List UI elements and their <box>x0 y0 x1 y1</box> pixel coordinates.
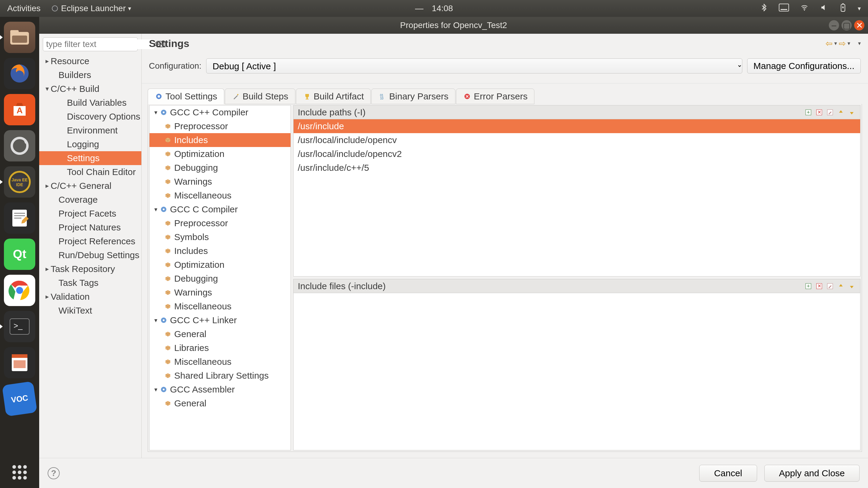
tool-item-warnings[interactable]: Warnings <box>150 175 290 189</box>
sidebar-item-task-repository[interactable]: ▸Task Repository <box>39 262 141 276</box>
tool-item-debugging[interactable]: Debugging <box>150 272 290 286</box>
apply-close-button[interactable]: Apply and Close <box>764 465 860 482</box>
sidebar-item-c-c-general[interactable]: ▸C/C++ General <box>39 179 141 193</box>
bluetooth-icon[interactable] <box>760 4 768 13</box>
launcher-chrome[interactable] <box>4 275 35 306</box>
move-up-icon[interactable] <box>837 108 845 117</box>
sidebar-tree[interactable]: ▸ResourceBuilders▾C/C++ BuildBuild Varia… <box>39 54 141 454</box>
launcher-software[interactable]: A <box>4 94 35 125</box>
tool-item-miscellaneous[interactable]: Miscellaneous <box>150 355 290 369</box>
unity-launcher[interactable]: A Java EEIDE Qt >_ VOC <box>0 17 39 488</box>
delete-path-icon[interactable]: ✕ <box>815 108 824 117</box>
sidebar-item-c-c-build[interactable]: ▾C/C++ Build <box>39 82 141 96</box>
launcher-impress[interactable] <box>4 347 35 378</box>
tool-item-debugging[interactable]: Debugging <box>150 161 290 175</box>
tool-item-preprocessor[interactable]: Preprocessor <box>150 119 290 133</box>
launcher-voc[interactable]: VOC <box>2 381 37 416</box>
battery-icon[interactable] <box>839 3 847 14</box>
tool-item-general[interactable]: General <box>150 327 290 341</box>
tool-item-optimization[interactable]: Optimization <box>150 147 290 161</box>
sidebar-item-run-debug-settings[interactable]: Run/Debug Settings <box>39 248 141 262</box>
sidebar-item-project-natures[interactable]: Project Natures <box>39 221 141 234</box>
nav-forward-menu-icon[interactable]: ▾ <box>847 40 850 47</box>
tab-build-artifact[interactable]: Build Artifact <box>296 89 371 104</box>
list-item[interactable]: /usr/include/c++/5 <box>293 161 860 175</box>
tool-tree[interactable]: ▾GCC C++ CompilerPreprocessorIncludesOpt… <box>149 105 291 450</box>
tool-item-includes[interactable]: Includes <box>150 244 290 258</box>
tab-binary-parsers[interactable]: 0110Binary Parsers <box>371 89 456 104</box>
tool-item-libraries[interactable]: Libraries <box>150 341 290 355</box>
sidebar-item-build-variables[interactable]: Build Variables <box>39 96 141 110</box>
help-icon[interactable]: ? <box>48 467 60 479</box>
volume-icon[interactable] <box>820 4 828 13</box>
move-down-file-icon[interactable] <box>847 282 856 290</box>
tool-item-warnings[interactable]: Warnings <box>150 286 290 299</box>
tool-item-miscellaneous[interactable]: Miscellaneous <box>150 189 290 202</box>
sidebar-item-coverage[interactable]: Coverage <box>39 193 141 207</box>
wifi-icon[interactable] <box>800 4 809 13</box>
minimize-button[interactable]: – <box>829 20 839 30</box>
view-menu-icon[interactable]: ▾ <box>858 40 861 47</box>
tool-item-gcc-c-compiler[interactable]: ▾GCC C++ Compiler <box>150 105 290 119</box>
delete-file-icon[interactable]: ✕ <box>815 282 824 290</box>
sidebar-item-validation[interactable]: ▸Validation <box>39 290 141 304</box>
sidebar-item-logging[interactable]: Logging <box>39 137 141 151</box>
move-down-icon[interactable] <box>847 108 856 117</box>
launcher-firefox[interactable] <box>4 58 35 89</box>
tool-item-miscellaneous[interactable]: Miscellaneous <box>150 299 290 313</box>
cancel-button[interactable]: Cancel <box>699 465 757 482</box>
tab-build-steps[interactable]: Build Steps <box>225 89 296 104</box>
system-menu-chevron-icon[interactable]: ▾ <box>858 5 861 12</box>
manage-configurations-button[interactable]: Manage Configurations... <box>747 59 861 73</box>
activities-button[interactable]: Activities <box>7 4 40 13</box>
sidebar-item-discovery-options[interactable]: Discovery Options <box>39 110 141 124</box>
sidebar-item-wikitext[interactable]: WikiText <box>39 304 141 318</box>
nav-back-icon[interactable]: ⇦ <box>826 38 832 48</box>
tool-item-preprocessor[interactable]: Preprocessor <box>150 216 290 230</box>
launcher-gedit[interactable] <box>4 202 35 234</box>
add-path-icon[interactable]: + <box>804 108 812 117</box>
app-menu[interactable]: Eclipse Launcher ▾ <box>51 4 131 13</box>
maximize-button[interactable]: ▢ <box>841 20 852 30</box>
close-button[interactable]: ✕ <box>854 20 864 30</box>
configuration-select[interactable]: Debug [ Active ] <box>206 59 742 73</box>
tool-item-general[interactable]: General <box>150 396 290 410</box>
tool-item-gcc-assembler[interactable]: ▾GCC Assembler <box>150 383 290 396</box>
launcher-apps-grid[interactable] <box>4 457 35 488</box>
launcher-eclipse[interactable]: Java EEIDE <box>4 166 35 198</box>
move-up-file-icon[interactable] <box>837 282 845 290</box>
tool-item-gcc-c-compiler[interactable]: ▾GCC C Compiler <box>150 202 290 216</box>
tool-item-optimization[interactable]: Optimization <box>150 258 290 272</box>
sidebar-item-tool-chain-editor[interactable]: Tool Chain Editor <box>39 165 141 179</box>
tab-error-parsers[interactable]: Error Parsers <box>456 89 534 104</box>
list-item[interactable]: /usr/local/include/opencv <box>293 133 860 147</box>
sidebar-item-task-tags[interactable]: Task Tags <box>39 276 141 290</box>
include-paths-list[interactable]: /usr/include/usr/local/include/opencv/us… <box>293 119 860 276</box>
clock[interactable]: — 14:08 <box>415 4 453 13</box>
launcher-settings[interactable] <box>4 130 35 161</box>
tool-item-includes[interactable]: Includes <box>150 133 290 147</box>
filter-input-wrapper[interactable]: ⌫ <box>43 37 138 51</box>
keyboard-icon[interactable] <box>779 4 789 13</box>
sidebar-item-project-references[interactable]: Project References <box>39 234 141 248</box>
tab-tool-settings[interactable]: Tool Settings <box>148 89 224 104</box>
tool-item-shared-library-settings[interactable]: Shared Library Settings <box>150 369 290 383</box>
launcher-files[interactable] <box>4 22 35 53</box>
tool-item-symbols[interactable]: Symbols <box>150 230 290 244</box>
include-files-list[interactable] <box>293 293 860 450</box>
tool-item-gcc-c-linker[interactable]: ▾GCC C++ Linker <box>150 313 290 327</box>
sidebar-item-resource[interactable]: ▸Resource <box>39 54 141 68</box>
edit-path-icon[interactable] <box>826 108 834 117</box>
filter-input[interactable] <box>46 39 154 49</box>
launcher-qt[interactable]: Qt <box>4 238 35 270</box>
nav-back-menu-icon[interactable]: ▾ <box>834 40 837 47</box>
nav-forward-icon[interactable]: ⇨ <box>839 38 846 48</box>
launcher-terminal[interactable]: >_ <box>4 311 35 342</box>
list-item[interactable]: /usr/include <box>293 119 860 133</box>
sidebar-item-builders[interactable]: Builders <box>39 68 141 82</box>
list-item[interactable]: /usr/local/include/opencv2 <box>293 147 860 161</box>
sidebar-item-environment[interactable]: Environment <box>39 124 141 137</box>
add-file-icon[interactable]: + <box>804 282 812 290</box>
sidebar-item-settings[interactable]: Settings <box>39 151 141 165</box>
edit-file-icon[interactable] <box>826 282 834 290</box>
